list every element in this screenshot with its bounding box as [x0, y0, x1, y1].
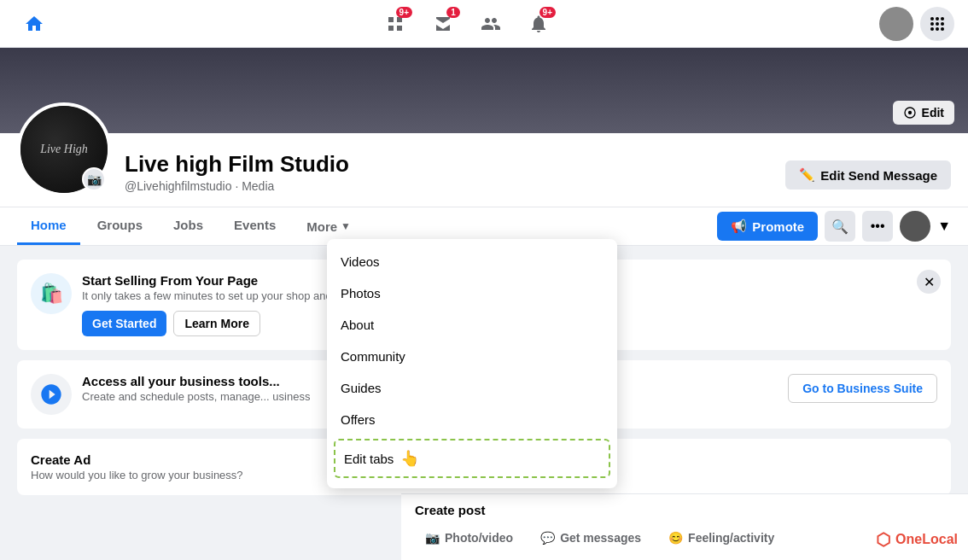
user-avatar[interactable]: [879, 7, 913, 41]
pages-nav-btn[interactable]: 9+: [375, 3, 416, 44]
notifications-nav-btn[interactable]: 9+: [518, 3, 559, 44]
svg-point-1: [936, 17, 939, 20]
edit-send-message-btn[interactable]: ✏️ Edit Send Message: [785, 160, 951, 190]
nav-right-controls: [879, 7, 954, 41]
onelocal-brand: ⬡ OneLocal: [876, 529, 958, 550]
dropdown-item-community[interactable]: Community: [327, 341, 617, 372]
profile-actions: ✏️ Edit Send Message: [785, 160, 951, 196]
nav-logo: [14, 3, 55, 44]
promote-btn[interactable]: 📢 Promote: [717, 212, 818, 241]
pages-badge: 9+: [396, 7, 412, 18]
page-name: Live high Film Studio: [125, 151, 772, 178]
svg-point-6: [930, 27, 934, 31]
top-nav: 9+ 1 9+: [0, 0, 968, 48]
svg-point-4: [936, 22, 939, 26]
business-card-icon: [31, 374, 72, 415]
nav-center-icons: 9+ 1 9+: [55, 3, 879, 44]
profile-info: Live high Film Studio @Livehighfilmstudi…: [125, 151, 772, 196]
create-post-actions: 📷 Photo/video 💬 Get messages 😊 Feeling/a…: [415, 524, 954, 551]
photo-video-btn[interactable]: 📷 Photo/video: [415, 524, 523, 551]
get-started-btn[interactable]: Get Started: [82, 311, 166, 336]
create-post-bar: Create post 📷 Photo/video 💬 Get messages…: [401, 493, 968, 560]
profile-section: Live High 📷 Live high Film Studio @Liveh…: [0, 133, 968, 207]
dropdown-item-about[interactable]: About: [327, 309, 617, 341]
dropdown-item-guides[interactable]: Guides: [327, 372, 617, 404]
page-handle: @Livehighfilmstudio · Media: [125, 179, 772, 193]
svg-point-2: [941, 17, 944, 20]
svg-point-3: [930, 22, 934, 26]
apps-grid-btn[interactable]: [920, 7, 954, 41]
search-tab-btn[interactable]: 🔍: [825, 211, 855, 242]
avatar-chevron-icon[interactable]: ▼: [937, 219, 951, 234]
sell-card-icon: 🛍️: [31, 273, 72, 314]
tab-home[interactable]: Home: [17, 207, 80, 245]
svg-point-7: [936, 27, 939, 31]
tab-jobs[interactable]: Jobs: [160, 207, 217, 245]
dropdown-item-edit-tabs[interactable]: Edit tabs 👆: [334, 439, 610, 478]
get-messages-btn[interactable]: 💬 Get messages: [530, 524, 651, 551]
cursor-hand-icon: 👆: [400, 449, 419, 468]
groups-nav-btn[interactable]: [470, 3, 511, 44]
edit-cover-btn[interactable]: Edit: [893, 101, 954, 125]
svg-point-0: [930, 17, 934, 20]
dropdown-item-offers[interactable]: Offers: [327, 404, 617, 435]
chevron-down-icon: ▼: [341, 220, 351, 232]
tab-actions: 📢 Promote 🔍 ••• ▼: [717, 211, 951, 242]
go-to-business-suite-btn[interactable]: Go to Business Suite: [788, 374, 937, 403]
dropdown-item-videos[interactable]: Videos: [327, 246, 617, 277]
tab-events[interactable]: Events: [220, 207, 289, 245]
create-post-title: Create post: [415, 503, 954, 517]
notifications-badge: 9+: [539, 7, 556, 18]
page-avatar-btn[interactable]: [900, 211, 930, 242]
tab-groups[interactable]: Groups: [84, 207, 156, 245]
feeling-activity-btn[interactable]: 😊 Feeling/activity: [658, 524, 784, 551]
svg-point-8: [941, 27, 944, 31]
learn-more-btn[interactable]: Learn More: [173, 311, 259, 336]
onelocal-icon: ⬡: [876, 529, 890, 550]
svg-point-5: [941, 22, 944, 26]
marketplace-nav-btn[interactable]: 1: [423, 3, 464, 44]
more-dropdown-menu: Videos Photos About Community Guides Off…: [327, 239, 617, 488]
cover-photo: Edit: [0, 48, 968, 133]
marketplace-badge: 1: [446, 7, 460, 18]
home-nav-btn[interactable]: [14, 3, 55, 44]
dropdown-item-photos[interactable]: Photos: [327, 277, 617, 309]
change-profile-pic-btn[interactable]: 📷: [82, 167, 106, 191]
more-options-btn[interactable]: •••: [862, 211, 893, 242]
business-card-right: Go to Business Suite: [788, 374, 937, 403]
profile-pic-wrapper: Live High 📷: [17, 102, 111, 196]
sell-card-close-btn[interactable]: ✕: [917, 270, 941, 294]
